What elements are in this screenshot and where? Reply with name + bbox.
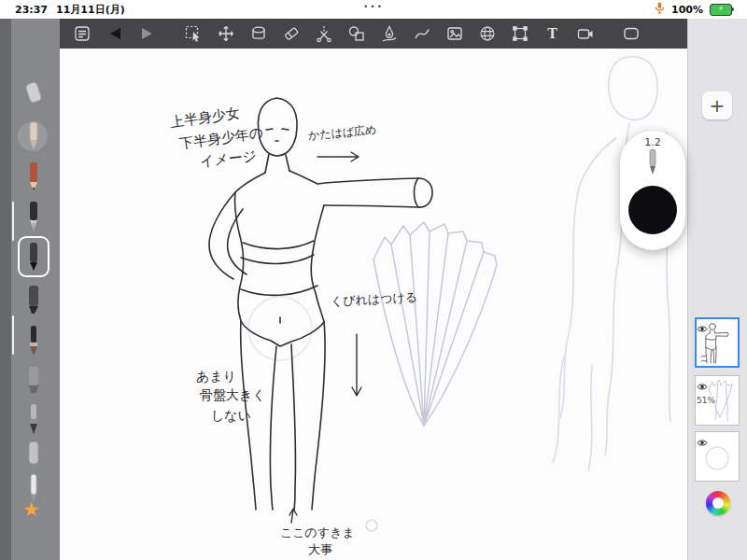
layer-item-2[interactable]: 51%	[695, 375, 741, 427]
tool-pencil[interactable]	[21, 159, 47, 194]
frame-icon[interactable]	[614, 21, 647, 47]
tool-marker[interactable]	[21, 282, 47, 317]
tool-brush[interactable]	[21, 323, 47, 358]
multitask-dots: •••	[363, 2, 384, 11]
layer-opacity-label: 51%	[697, 396, 715, 405]
layer-item-1[interactable]	[695, 317, 741, 370]
tool-felt-pen-selected[interactable]	[21, 239, 47, 274]
battery-percent: 100%	[671, 4, 703, 16]
annotation-gap-2: 大事	[308, 543, 332, 556]
color-wheel-icon[interactable]	[706, 491, 730, 515]
fan-sketch	[374, 222, 497, 426]
brush-options-popover[interactable]: 1.2	[620, 131, 685, 250]
brush-preview-icon	[645, 148, 660, 180]
visibility-eye-icon[interactable]	[697, 319, 708, 337]
distort-icon[interactable]	[503, 21, 536, 47]
tool-smudge[interactable]	[21, 118, 47, 153]
annotation-pelvis-1: あまり	[196, 370, 236, 384]
mesh-icon[interactable]	[471, 21, 503, 47]
redo-icon[interactable]	[131, 21, 163, 47]
favorites-star-icon[interactable]: ★	[22, 500, 40, 520]
background-figure-sketch	[553, 57, 670, 471]
status-left: 23:37 11月11日(月)	[15, 3, 125, 17]
annotation-pelvis-3: しない	[211, 409, 251, 423]
undo-icon[interactable]	[98, 21, 131, 47]
tool-group-bracket	[12, 315, 14, 355]
status-bar: 23:37 11月11日(月) ••• 100% ⚡	[0, 0, 747, 19]
app-window: 23:37 11月11日(月) ••• 100% ⚡	[0, 0, 747, 560]
date: 11月11日(月)	[56, 3, 125, 17]
tool-watercolor[interactable]	[21, 401, 47, 437]
layers-panel: +	[687, 19, 747, 560]
canvas[interactable]: 上半身少女 下半身少年の イメージ かたはば広め くびれはつける あまり 骨盤大…	[60, 49, 687, 560]
camera-icon[interactable]	[569, 21, 601, 47]
microphone-icon	[655, 2, 665, 17]
tool-sidebar: ★	[0, 19, 60, 560]
battery-icon: ⚡	[710, 4, 732, 16]
tool-eraser[interactable]	[21, 75, 47, 110]
list-icon[interactable]	[65, 21, 98, 47]
add-layer-button[interactable]: +	[702, 91, 732, 119]
eraser-icon[interactable]	[275, 21, 307, 47]
text-tool-label: T	[547, 25, 557, 42]
annotation-pelvis-2: 骨盤大きく	[200, 388, 266, 402]
visibility-eye-icon[interactable]	[697, 433, 708, 451]
tool-group-bracket	[12, 202, 14, 241]
tool-fountain-pen[interactable]	[21, 198, 47, 233]
charging-bolt-icon: ⚡	[718, 6, 724, 13]
top-toolbar: T	[60, 19, 687, 49]
shapes-icon[interactable]	[340, 21, 373, 47]
color-swatch-black[interactable]	[628, 186, 677, 234]
clock: 23:37	[15, 4, 48, 16]
visibility-eye-icon[interactable]	[697, 377, 708, 395]
select-icon[interactable]	[176, 21, 209, 47]
cut-icon[interactable]	[307, 21, 340, 47]
layer-item-3[interactable]	[695, 431, 741, 483]
curve-icon[interactable]	[405, 21, 438, 47]
move-icon[interactable]	[209, 21, 242, 47]
pen-icon[interactable]	[373, 21, 405, 47]
extrude-icon[interactable]	[242, 21, 275, 47]
image-icon[interactable]	[438, 21, 471, 47]
text-tool-icon[interactable]: T	[536, 21, 569, 47]
color-wheel-center	[712, 497, 724, 509]
brush-size-value: 1.2	[644, 136, 661, 148]
tool-airbrush[interactable]	[21, 437, 47, 472]
status-right: 100% ⚡	[655, 2, 732, 17]
tool-flat-marker[interactable]	[21, 362, 47, 398]
annotation-gap-1: ここのすきま	[280, 526, 355, 539]
